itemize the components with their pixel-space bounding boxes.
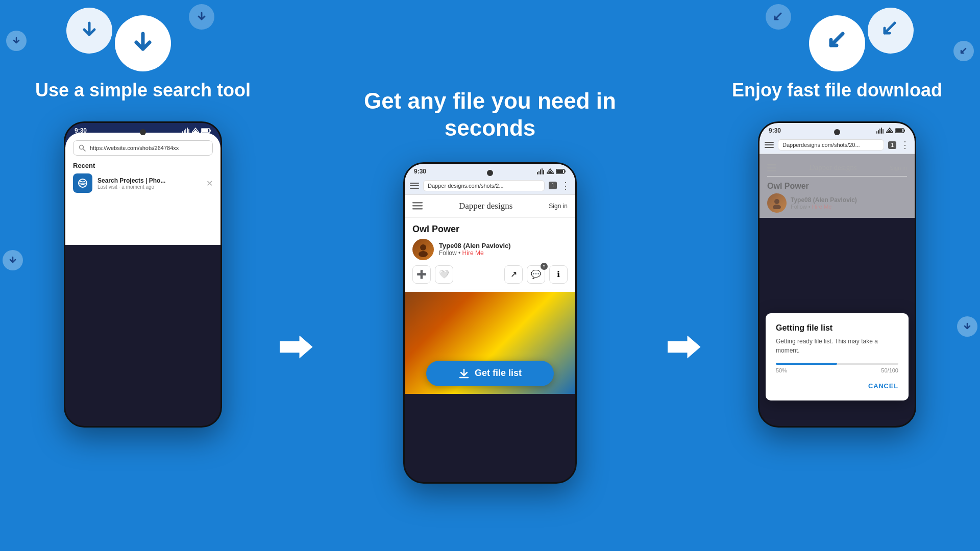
phone1-recent-item: Search Projects | Pho... Last visit · a … — [73, 173, 213, 193]
panel-3: Enjoy fast file download 9:30 Dapperdesi… — [704, 0, 970, 551]
svg-point-32 — [773, 205, 781, 209]
phone1-search-value: https://website.com/shots/264784xx — [90, 145, 207, 151]
svg-rect-19 — [412, 208, 423, 210]
main-container: Use a simple search tool 9:30 Browse 1 ⋮ — [0, 0, 980, 551]
phone2-website-header: Dapper designs Sign in — [405, 195, 575, 218]
phone3-author-row: Type08 (Alen Pavlovic) Follow • Hire Me — [767, 193, 907, 213]
svg-rect-30 — [767, 170, 776, 171]
phone2-time: 9:30 — [414, 168, 426, 175]
phone3-cancel-area: CANCEL — [776, 381, 898, 390]
phone3-content-title: Owl Power — [767, 182, 907, 191]
svg-rect-16 — [556, 170, 563, 173]
phone3-dialog-desc: Getting ready file list. This may take a… — [776, 337, 898, 355]
phone2-follow-text[interactable]: Follow — [439, 249, 457, 257]
phone3-author-info: Type08 (Alen Pavlovic) Follow • Hire Me — [791, 196, 857, 210]
phone2-status-icons — [536, 168, 566, 174]
svg-rect-4 — [202, 129, 208, 132]
phone2-sign-in[interactable]: Sign in — [549, 203, 568, 210]
phone3-time: 9:30 — [769, 127, 781, 134]
phone3-dialog-title: Getting file list — [776, 323, 898, 333]
phone2-url-bar[interactable]: Dapper designs.com/shots/2... — [423, 180, 545, 191]
phone2-author-avatar — [412, 239, 434, 260]
phone2-mockup: 9:30 Dapper designs.com/shots/2... 1 ⋮ — [403, 162, 577, 484]
phone3-website-content: Dapper designs Sign in Owl Power Type08 … — [760, 154, 915, 218]
svg-rect-15 — [565, 170, 566, 172]
phone3-url-bar[interactable]: Dapperdesigns.com/shots/20... — [778, 139, 884, 151]
svg-rect-18 — [412, 205, 423, 207]
arrow-2 — [664, 336, 704, 359]
phone2-comment-btn[interactable]: 💬 5 — [527, 265, 545, 284]
svg-line-9 — [83, 149, 86, 152]
phone3-sign-in: Sign in — [890, 165, 907, 171]
svg-point-31 — [774, 199, 779, 204]
phone1-recent-item-icon — [73, 173, 92, 193]
phone2-menu-icon[interactable] — [410, 183, 419, 189]
phone2-more-icon[interactable]: ⋮ — [561, 180, 570, 191]
svg-rect-27 — [896, 129, 902, 132]
phone3-status-bar: 9:30 — [760, 123, 915, 136]
panel3-title: Enjoy fast file download — [732, 79, 942, 101]
phone3-author-avatar — [767, 193, 787, 213]
panel2-title: Get any file you need in seconds — [316, 88, 664, 142]
svg-rect-28 — [767, 164, 776, 165]
search-icon — [79, 144, 86, 152]
phone1-bottom-panel: https://website.com/shots/264784xx Recen… — [65, 133, 220, 245]
phone1-recent-close-icon[interactable]: ✕ — [206, 179, 213, 188]
svg-point-21 — [419, 251, 428, 257]
phone1-search-bar[interactable]: https://website.com/shots/264784xx — [73, 140, 213, 156]
phone1-recent-label: Recent — [73, 162, 213, 169]
svg-rect-17 — [412, 202, 423, 204]
phone3-progress-count: 50/100 — [881, 367, 898, 373]
phone3-progress-labels: 50% 50/100 — [776, 367, 898, 373]
phone2-author-row: Type08 (Alen Pavlovic) Follow • Hire Me — [412, 239, 568, 260]
phone3-tab-badge[interactable]: 1 — [888, 141, 896, 149]
phone3-follow: Follow — [791, 204, 807, 210]
phone3-status-icons — [876, 128, 905, 134]
phone3-website-header: Dapper designs Sign in — [767, 159, 907, 177]
phone2-author-name: Type08 (Alen Pavlovic) — [439, 242, 511, 249]
phone2-get-file-label: Get file list — [475, 368, 522, 379]
phone1-recent-item-text: Search Projects | Pho... Last visit · a … — [97, 177, 201, 190]
phone3-progress-percent: 50% — [776, 367, 787, 373]
phone3-dialog: Getting file list Getting ready file lis… — [766, 313, 909, 400]
phone2-comment-badge: 5 — [541, 263, 548, 270]
phone2-action-bar: ➕ 🤍 ↗ 💬 5 ℹ — [412, 265, 568, 289]
phone3-website-logo: Dapper designs — [776, 163, 890, 172]
phone2-hire-me[interactable]: Hire Me — [462, 249, 484, 257]
panel1-top-icon — [115, 15, 171, 71]
phone3-mockup: 9:30 Dapperdesigns.com/shots/20... 1 ⋮ — [758, 121, 916, 428]
phone2-get-file-btn[interactable]: Get file list — [426, 361, 554, 386]
phone2-add-btn[interactable]: ➕ — [412, 265, 431, 284]
phone3-hire-me: Hire Me — [812, 204, 832, 210]
phone1-recent-sub: Last visit · a moment ago — [97, 184, 201, 190]
phone2-author-info: Type08 (Alen Pavlovic) Follow • Hire Me — [439, 242, 511, 257]
phone3-progress-bar-fill — [776, 363, 837, 365]
phone2-like-btn[interactable]: 🤍 — [435, 265, 453, 284]
phone2-info-btn[interactable]: ℹ — [549, 265, 568, 284]
phone2-preview-image: Get file list — [405, 292, 575, 394]
panel1-title: Use a simple search tool — [35, 79, 251, 101]
arrow-1 — [276, 336, 316, 359]
arrow-2-shape — [668, 336, 701, 359]
arrow-1-shape — [280, 336, 313, 359]
phone1-mockup: 9:30 Browse 1 ⋮ — [64, 121, 222, 428]
phone3-menu-icon[interactable] — [765, 142, 774, 148]
phone2-status-bar: 9:30 — [405, 164, 575, 177]
cancel-button[interactable]: CANCEL — [868, 382, 898, 390]
phone2-author-actions: Follow • Hire Me — [439, 249, 511, 257]
phone2-content-title: Owl Power — [412, 224, 568, 235]
panel3-top-icon — [809, 15, 865, 71]
phone1-recent-title: Search Projects | Pho... — [97, 177, 201, 184]
phone2-download-icon — [458, 368, 470, 379]
phone3-more-icon[interactable]: ⋮ — [900, 139, 910, 151]
svg-rect-3 — [210, 130, 211, 132]
phone2-content-area: Owl Power Type08 (Alen Pavlovic) Follow … — [405, 218, 575, 292]
phone2-website-logo: Dapper designs — [423, 201, 549, 211]
phone2-share-btn[interactable]: ↗ — [504, 265, 523, 284]
panel-2: Get any file you need in seconds 9:30 Da… — [316, 67, 664, 484]
phone2-tab-badge[interactable]: 1 — [549, 182, 557, 189]
svg-point-20 — [420, 244, 426, 251]
phone3-author-actions: Follow • Hire Me — [791, 204, 857, 210]
phone3-browser-bar: Dapperdesigns.com/shots/20... 1 ⋮ — [760, 136, 915, 154]
phone3-progress-bar-bg — [776, 363, 898, 365]
